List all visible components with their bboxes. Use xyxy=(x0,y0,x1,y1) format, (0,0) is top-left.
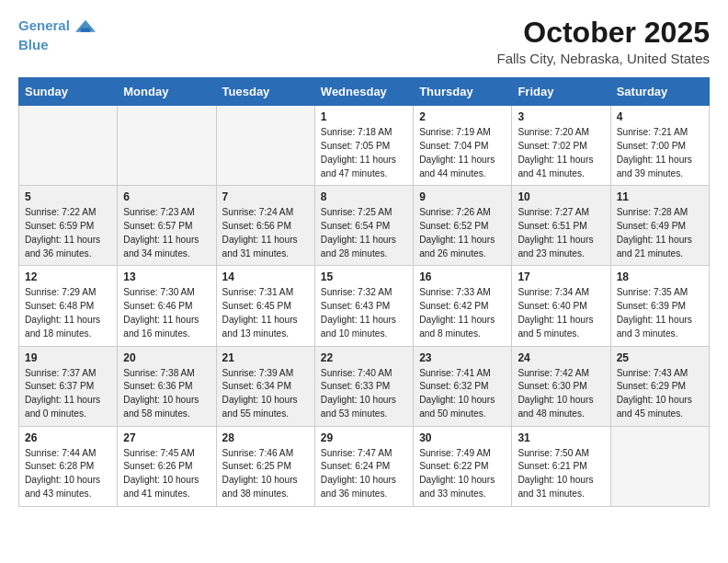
day-info: Sunrise: 7:34 AM Sunset: 6:40 PM Dayligh… xyxy=(518,286,604,340)
calendar-cell: 9Sunrise: 7:26 AM Sunset: 6:52 PM Daylig… xyxy=(414,186,512,266)
day-info: Sunrise: 7:27 AM Sunset: 6:51 PM Dayligh… xyxy=(518,206,604,260)
calendar-cell: 22Sunrise: 7:40 AM Sunset: 6:33 PM Dayli… xyxy=(314,346,413,426)
calendar-row-4: 26Sunrise: 7:44 AM Sunset: 6:28 PM Dayli… xyxy=(19,426,710,506)
calendar-cell: 28Sunrise: 7:46 AM Sunset: 6:25 PM Dayli… xyxy=(216,426,314,506)
calendar-cell: 27Sunrise: 7:45 AM Sunset: 6:26 PM Dayli… xyxy=(118,426,216,506)
day-number: 13 xyxy=(123,270,210,283)
day-number: 22 xyxy=(321,351,407,364)
col-header-sunday: Sunday xyxy=(19,78,118,106)
day-number: 12 xyxy=(25,270,111,283)
calendar-cell: 11Sunrise: 7:28 AM Sunset: 6:49 PM Dayli… xyxy=(610,186,709,266)
col-header-saturday: Saturday xyxy=(610,78,709,106)
day-number: 25 xyxy=(617,351,703,364)
calendar-row-2: 12Sunrise: 7:29 AM Sunset: 6:48 PM Dayli… xyxy=(19,266,710,346)
calendar-cell xyxy=(216,106,314,186)
day-info: Sunrise: 7:46 AM Sunset: 6:25 PM Dayligh… xyxy=(222,447,309,501)
header: General Blue October 2025 Falls City, Ne… xyxy=(18,17,710,66)
day-info: Sunrise: 7:32 AM Sunset: 6:43 PM Dayligh… xyxy=(321,286,407,340)
day-number: 4 xyxy=(617,110,703,123)
day-number: 3 xyxy=(518,110,604,123)
calendar-row-0: 1Sunrise: 7:18 AM Sunset: 7:05 PM Daylig… xyxy=(19,106,710,186)
calendar-cell: 16Sunrise: 7:33 AM Sunset: 6:42 PM Dayli… xyxy=(414,266,512,346)
col-header-friday: Friday xyxy=(512,78,610,106)
calendar-cell: 21Sunrise: 7:39 AM Sunset: 6:34 PM Dayli… xyxy=(216,346,314,426)
logo-icon xyxy=(75,17,96,37)
day-info: Sunrise: 7:47 AM Sunset: 6:24 PM Dayligh… xyxy=(321,447,407,501)
logo: General Blue xyxy=(18,17,96,52)
calendar-cell: 5Sunrise: 7:22 AM Sunset: 6:59 PM Daylig… xyxy=(19,186,118,266)
day-number: 15 xyxy=(321,270,407,283)
calendar-title: October 2025 xyxy=(497,17,710,49)
day-number: 17 xyxy=(518,270,604,283)
calendar-table: SundayMondayTuesdayWednesdayThursdayFrid… xyxy=(18,77,710,507)
day-number: 23 xyxy=(419,351,506,364)
day-number: 26 xyxy=(25,431,111,444)
day-info: Sunrise: 7:22 AM Sunset: 6:59 PM Dayligh… xyxy=(25,206,111,260)
day-info: Sunrise: 7:38 AM Sunset: 6:36 PM Dayligh… xyxy=(123,367,210,421)
day-number: 8 xyxy=(321,190,407,203)
col-header-wednesday: Wednesday xyxy=(314,78,413,106)
col-header-thursday: Thursday xyxy=(414,78,512,106)
header-row: SundayMondayTuesdayWednesdayThursdayFrid… xyxy=(19,78,710,106)
day-info: Sunrise: 7:50 AM Sunset: 6:21 PM Dayligh… xyxy=(518,447,604,501)
calendar-cell: 14Sunrise: 7:31 AM Sunset: 6:45 PM Dayli… xyxy=(216,266,314,346)
day-number: 27 xyxy=(123,431,210,444)
day-info: Sunrise: 7:29 AM Sunset: 6:48 PM Dayligh… xyxy=(25,286,111,340)
calendar-cell: 4Sunrise: 7:21 AM Sunset: 7:00 PM Daylig… xyxy=(610,106,709,186)
calendar-cell: 31Sunrise: 7:50 AM Sunset: 6:21 PM Dayli… xyxy=(512,426,610,506)
day-info: Sunrise: 7:43 AM Sunset: 6:29 PM Dayligh… xyxy=(617,367,703,421)
day-number: 6 xyxy=(123,190,210,203)
day-info: Sunrise: 7:19 AM Sunset: 7:04 PM Dayligh… xyxy=(419,126,506,180)
calendar-cell: 2Sunrise: 7:19 AM Sunset: 7:04 PM Daylig… xyxy=(414,106,512,186)
day-info: Sunrise: 7:45 AM Sunset: 6:26 PM Dayligh… xyxy=(123,447,210,501)
day-info: Sunrise: 7:21 AM Sunset: 7:00 PM Dayligh… xyxy=(617,126,703,180)
day-info: Sunrise: 7:30 AM Sunset: 6:46 PM Dayligh… xyxy=(123,286,210,340)
calendar-row-3: 19Sunrise: 7:37 AM Sunset: 6:37 PM Dayli… xyxy=(19,346,710,426)
col-header-monday: Monday xyxy=(118,78,216,106)
calendar-cell: 18Sunrise: 7:35 AM Sunset: 6:39 PM Dayli… xyxy=(610,266,709,346)
day-number: 10 xyxy=(518,190,604,203)
calendar-cell: 7Sunrise: 7:24 AM Sunset: 6:56 PM Daylig… xyxy=(216,186,314,266)
calendar-cell: 23Sunrise: 7:41 AM Sunset: 6:32 PM Dayli… xyxy=(414,346,512,426)
calendar-cell: 25Sunrise: 7:43 AM Sunset: 6:29 PM Dayli… xyxy=(610,346,709,426)
calendar-cell xyxy=(118,106,216,186)
calendar-cell xyxy=(19,106,118,186)
day-number: 20 xyxy=(123,351,210,364)
day-number: 7 xyxy=(222,190,309,203)
calendar-cell: 6Sunrise: 7:23 AM Sunset: 6:57 PM Daylig… xyxy=(118,186,216,266)
calendar-row-1: 5Sunrise: 7:22 AM Sunset: 6:59 PM Daylig… xyxy=(19,186,710,266)
day-info: Sunrise: 7:33 AM Sunset: 6:42 PM Dayligh… xyxy=(419,286,506,340)
day-number: 2 xyxy=(419,110,506,123)
day-number: 1 xyxy=(321,110,407,123)
calendar-cell: 26Sunrise: 7:44 AM Sunset: 6:28 PM Dayli… xyxy=(19,426,118,506)
calendar-cell: 17Sunrise: 7:34 AM Sunset: 6:40 PM Dayli… xyxy=(512,266,610,346)
day-info: Sunrise: 7:44 AM Sunset: 6:28 PM Dayligh… xyxy=(25,447,111,501)
calendar-cell: 8Sunrise: 7:25 AM Sunset: 6:54 PM Daylig… xyxy=(314,186,413,266)
day-info: Sunrise: 7:18 AM Sunset: 7:05 PM Dayligh… xyxy=(321,126,407,180)
logo-blue: Blue xyxy=(18,37,96,52)
calendar-cell: 29Sunrise: 7:47 AM Sunset: 6:24 PM Dayli… xyxy=(314,426,413,506)
day-info: Sunrise: 7:37 AM Sunset: 6:37 PM Dayligh… xyxy=(25,367,111,421)
day-number: 9 xyxy=(419,190,506,203)
col-header-tuesday: Tuesday xyxy=(216,78,314,106)
day-info: Sunrise: 7:42 AM Sunset: 6:30 PM Dayligh… xyxy=(518,367,604,421)
svg-rect-1 xyxy=(81,28,90,31)
calendar-cell: 3Sunrise: 7:20 AM Sunset: 7:02 PM Daylig… xyxy=(512,106,610,186)
calendar-cell: 30Sunrise: 7:49 AM Sunset: 6:22 PM Dayli… xyxy=(414,426,512,506)
day-info: Sunrise: 7:25 AM Sunset: 6:54 PM Dayligh… xyxy=(321,206,407,260)
day-number: 31 xyxy=(518,431,604,444)
calendar-cell: 10Sunrise: 7:27 AM Sunset: 6:51 PM Dayli… xyxy=(512,186,610,266)
day-info: Sunrise: 7:24 AM Sunset: 6:56 PM Dayligh… xyxy=(222,206,309,260)
day-number: 14 xyxy=(222,270,309,283)
day-info: Sunrise: 7:39 AM Sunset: 6:34 PM Dayligh… xyxy=(222,367,309,421)
day-number: 24 xyxy=(518,351,604,364)
day-info: Sunrise: 7:35 AM Sunset: 6:39 PM Dayligh… xyxy=(617,286,703,340)
day-info: Sunrise: 7:20 AM Sunset: 7:02 PM Dayligh… xyxy=(518,126,604,180)
page: General Blue October 2025 Falls City, Ne… xyxy=(0,0,728,563)
calendar-cell: 12Sunrise: 7:29 AM Sunset: 6:48 PM Dayli… xyxy=(19,266,118,346)
day-number: 21 xyxy=(222,351,309,364)
day-number: 30 xyxy=(419,431,506,444)
day-number: 29 xyxy=(321,431,407,444)
calendar-cell: 20Sunrise: 7:38 AM Sunset: 6:36 PM Dayli… xyxy=(118,346,216,426)
calendar-cell: 19Sunrise: 7:37 AM Sunset: 6:37 PM Dayli… xyxy=(19,346,118,426)
